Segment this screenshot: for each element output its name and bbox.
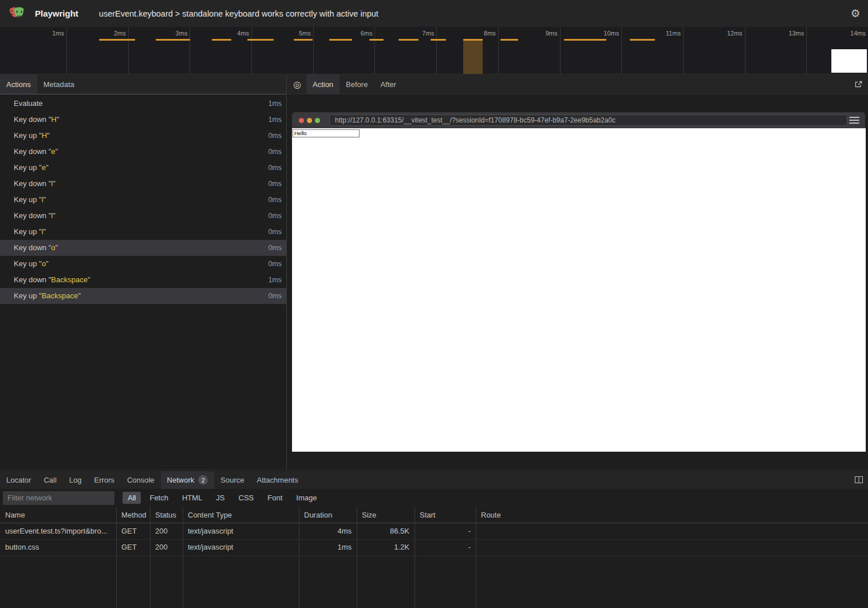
network-cell: userEvent.test.ts?import&bro...	[0, 523, 116, 539]
timeline-action-mark	[294, 39, 313, 41]
network-column-header[interactable]: Status	[150, 507, 183, 523]
tab-label: Action	[313, 80, 333, 89]
timeline-tick-label: 12ms	[727, 30, 743, 37]
network-request-row[interactable]: button.cssGET200text/javascript1ms1.2K-	[0, 539, 868, 555]
column-separator	[476, 507, 476, 608]
tab-label: Locator	[6, 476, 31, 484]
tab-attachments[interactable]: Attachments	[250, 471, 304, 489]
filter-chip-js[interactable]: JS	[211, 492, 230, 504]
filter-chip-all[interactable]: All	[123, 492, 141, 504]
actions-tabstrip: ActionsMetadata	[0, 74, 286, 94]
snapshot-text-input[interactable]: Hello	[293, 129, 360, 137]
action-row[interactable]: Key up "l"0ms	[0, 224, 286, 240]
action-key-value: Backspace	[42, 291, 78, 300]
tab-locator[interactable]: Locator	[0, 471, 37, 489]
tab-before[interactable]: Before	[340, 74, 374, 94]
network-cell: button.css	[0, 539, 116, 555]
tab-console[interactable]: Console	[121, 471, 161, 489]
traffic-light-red-icon	[299, 118, 304, 123]
filter-chip-css[interactable]: CSS	[234, 492, 259, 504]
trace-timeline[interactable]: 1ms2ms3ms4ms5ms6ms7ms8ms9ms10ms11ms12ms1…	[0, 27, 868, 74]
column-separator	[415, 507, 415, 608]
snapshot-panel: ◎ ActionBeforeAfter http://127.0.0.1:633…	[287, 74, 868, 469]
action-row[interactable]: Key down "e"0ms	[0, 144, 286, 160]
network-column-header[interactable]: Method	[116, 507, 150, 523]
tab-errors[interactable]: Errors	[88, 471, 120, 489]
actions-panel: ActionsMetadata Evaluate1msKey down "H"1…	[0, 74, 286, 469]
timeline-tick-label: 4ms	[237, 30, 249, 37]
timeline-tick-label: 6ms	[361, 30, 373, 37]
network-column-header[interactable]: Duration	[299, 507, 357, 523]
tab-after[interactable]: After	[374, 74, 402, 94]
action-row[interactable]: Key down "Backspace"1ms	[0, 272, 286, 288]
filter-chip-html[interactable]: HTML	[177, 492, 207, 504]
network-cell: 1ms	[299, 539, 357, 555]
filter-chip-fetch[interactable]: Fetch	[144, 492, 173, 504]
action-row[interactable]: Key up "o"0ms	[0, 256, 286, 272]
action-row[interactable]: Key down "l"0ms	[0, 176, 286, 192]
action-row[interactable]: Key up "l"0ms	[0, 192, 286, 208]
action-key-value: H	[42, 131, 47, 140]
network-cell: text/javascript	[183, 523, 299, 539]
network-filter-input[interactable]	[3, 491, 115, 505]
action-key-value: o	[42, 259, 46, 268]
action-duration: 0ms	[268, 288, 282, 304]
network-cell: 200	[150, 523, 183, 539]
pick-locator-target-icon[interactable]: ◎	[287, 74, 306, 94]
network-column-header[interactable]: Content Type	[183, 507, 299, 523]
tab-log[interactable]: Log	[63, 471, 88, 489]
network-request-row[interactable]: userEvent.test.ts?import&bro...GET200tex…	[0, 523, 868, 539]
settings-gear-icon[interactable]: ⚙	[849, 7, 862, 19]
network-column-header[interactable]: Size	[357, 507, 415, 523]
action-label: Key down "e"	[14, 147, 58, 156]
tab-network[interactable]: Network2	[161, 471, 215, 489]
tab-call[interactable]: Call	[37, 471, 62, 489]
action-row[interactable]: Key up "Backspace"0ms	[0, 288, 286, 304]
action-duration: 0ms	[268, 128, 282, 144]
action-row[interactable]: Key up "H"0ms	[0, 128, 286, 144]
network-column-header[interactable]: Route	[476, 507, 868, 523]
action-row[interactable]: Key down "l"0ms	[0, 208, 286, 224]
tab-label: Source	[220, 476, 244, 484]
network-table-header: NameMethodStatusContent TypeDurationSize…	[0, 507, 868, 523]
app-title: Playwright	[35, 9, 78, 18]
action-row[interactable]: Key up "e"0ms	[0, 160, 286, 176]
traffic-light-green-icon	[315, 118, 320, 123]
snapshot-tabstrip: ◎ ActionBeforeAfter	[287, 74, 868, 94]
snapshot-page: Hello	[292, 128, 866, 452]
network-column-header[interactable]: Start	[415, 507, 476, 523]
timeline-gridline	[560, 27, 561, 74]
app-header: Playwright userEvent.keyboard > standalo…	[0, 0, 868, 27]
network-table: NameMethodStatusContent TypeDurationSize…	[0, 507, 868, 608]
network-column-header[interactable]: Name	[0, 507, 116, 523]
action-row[interactable]: Key down "o"0ms	[0, 240, 286, 256]
open-external-window-icon[interactable]	[854, 80, 863, 89]
network-cell	[476, 539, 868, 555]
filter-chip-font[interactable]: Font	[262, 492, 287, 504]
tab-metadata[interactable]: Metadata	[37, 74, 81, 94]
action-duration: 0ms	[268, 192, 282, 208]
action-key-value: e	[51, 147, 55, 156]
filmstrip-thumbnail	[831, 49, 867, 73]
action-list: Evaluate1msKey down "H"1msKey up "H"0msK…	[0, 96, 286, 304]
tab-action[interactable]: Action	[306, 74, 340, 94]
action-row[interactable]: Key down "H"1ms	[0, 112, 286, 128]
timeline-gridline	[745, 27, 745, 74]
timeline-action-mark	[630, 39, 655, 41]
tab-actions[interactable]: Actions	[0, 74, 37, 94]
action-duration: 1ms	[268, 112, 282, 128]
action-duration: 0ms	[268, 176, 282, 192]
action-row[interactable]: Evaluate1ms	[0, 96, 286, 112]
network-cell: text/javascript	[183, 539, 299, 555]
split-columns-icon[interactable]	[854, 475, 863, 484]
timeline-tick-label: 14ms	[850, 30, 866, 37]
timeline-tick-label: 1ms	[52, 30, 64, 37]
menu-hamburger-icon	[849, 116, 859, 125]
filter-chip-image[interactable]: Image	[291, 492, 322, 504]
action-key-value: e	[42, 163, 46, 172]
action-duration: 0ms	[268, 240, 282, 256]
timeline-gridline	[190, 27, 190, 74]
tab-source[interactable]: Source	[214, 471, 250, 489]
column-separator	[299, 507, 299, 608]
timeline-gridline	[436, 27, 437, 74]
